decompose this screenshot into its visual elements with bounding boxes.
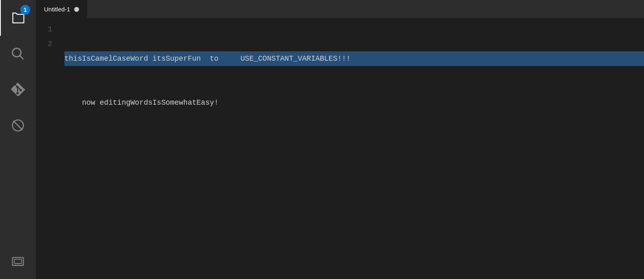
code-line-1: thisIsCamelCaseWord itsSuperFun to USE_C… bbox=[64, 51, 644, 66]
code-line-2: now editingWordsIsSomewhatEasy! bbox=[64, 95, 644, 110]
editor-area: Untitled-1 1 2 thisIsCamelCaseWord itsSu… bbox=[36, 0, 644, 279]
explorer-badge: 1 bbox=[20, 5, 30, 15]
activity-bar: 1 bbox=[0, 0, 36, 279]
svg-line-1 bbox=[20, 56, 23, 59]
code-line-1-text: thisIsCamelCaseWord itsSuperFun to USE_C… bbox=[64, 51, 351, 66]
line-numbers: 1 2 bbox=[36, 18, 60, 279]
tab-title: Untitled-1 bbox=[44, 6, 70, 13]
sidebar-item-remote[interactable] bbox=[0, 243, 36, 279]
svg-line-3 bbox=[13, 121, 23, 130]
tab-untitled-1[interactable]: Untitled-1 bbox=[36, 0, 87, 18]
svg-rect-5 bbox=[14, 259, 22, 264]
extensions-icon bbox=[11, 118, 25, 133]
svg-point-0 bbox=[13, 48, 21, 57]
code-area[interactable]: thisIsCamelCaseWord itsSuperFun to USE_C… bbox=[60, 18, 644, 279]
sidebar-item-git[interactable] bbox=[0, 72, 36, 108]
line-number-2: 2 bbox=[36, 37, 52, 51]
sidebar-item-search[interactable] bbox=[0, 36, 36, 72]
search-icon bbox=[11, 46, 25, 61]
line-number-1: 1 bbox=[36, 22, 52, 37]
tab-bar: Untitled-1 bbox=[36, 0, 644, 18]
git-icon bbox=[11, 82, 25, 97]
editor-content[interactable]: 1 2 thisIsCamelCaseWord itsSuperFun to U… bbox=[36, 18, 644, 279]
sidebar-item-explorer[interactable]: 1 bbox=[0, 0, 36, 36]
remote-icon bbox=[11, 254, 25, 268]
code-line-2-text: now editingWordsIsSomewhatEasy! bbox=[64, 95, 218, 110]
tab-modified-dot bbox=[74, 7, 79, 12]
sidebar-item-extensions[interactable] bbox=[0, 108, 36, 143]
